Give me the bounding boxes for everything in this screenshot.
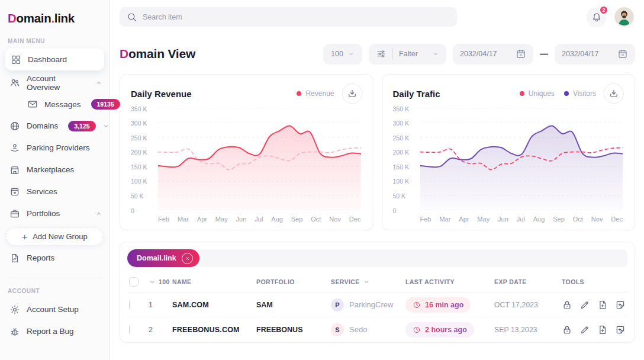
date-to-picker[interactable]: 2032/04/17 (555, 44, 635, 65)
sidebar-item-label: Messages (44, 100, 81, 109)
sidebar-item-account-setup[interactable]: Account Setup (0, 298, 110, 320)
date-from-picker[interactable]: 2032/04/17 (453, 44, 533, 65)
sidebar-item-add-new-group[interactable]: +Add New Group (6, 227, 104, 246)
x-axis-tick: Nov (591, 216, 603, 223)
sidebar-item-marketplaces[interactable]: Marketplaces (0, 159, 110, 181)
sidebar-item-label: Domains (27, 121, 58, 130)
note-plus-icon[interactable] (615, 324, 626, 335)
brand-suffix: link (54, 11, 75, 25)
notifications-button[interactable]: 2 (587, 7, 607, 27)
y-axis-tick: 250 K (131, 134, 147, 142)
file-plus-icon[interactable] (597, 300, 608, 310)
filter-dropdown[interactable]: Falter (369, 44, 446, 65)
x-axis-tick: Oct (573, 216, 583, 223)
remove-filter-tag-button[interactable] (182, 253, 193, 264)
sidebar-item-account-overview[interactable]: Account Overview (0, 72, 110, 94)
x-axis-tick: Feb (420, 216, 432, 223)
sidebar-item-parking-providers[interactable]: Parking Providers (0, 137, 110, 159)
column-header-label: SERVICE (331, 278, 360, 285)
edit-icon[interactable] (579, 300, 590, 310)
x-axis-tick: Apr (459, 216, 469, 223)
column-header-service[interactable]: SERVICE (331, 278, 405, 285)
sidebar-item-dashboard[interactable]: Dashboard (5, 49, 104, 70)
edit-icon[interactable] (579, 324, 590, 335)
chevron-down-icon (347, 50, 355, 57)
x-axis-tick: May (215, 216, 228, 223)
x-axis-tick: Mar (178, 216, 189, 223)
service-name: ParkingCrew (349, 300, 393, 309)
x-axis-tick: Dec (349, 216, 361, 223)
download-icon (347, 88, 358, 99)
user-avatar[interactable] (614, 7, 634, 27)
account-label: ACCOUNT (8, 288, 110, 294)
x-axis-tick: Jul (517, 216, 525, 223)
sidebar-item-report-a-bug[interactable]: Report a Bug (0, 320, 110, 342)
sidebar-item-messages[interactable]: Messages19135 (0, 94, 110, 115)
sidebar-item-label: Add New Group (33, 232, 88, 241)
lock-icon[interactable] (562, 300, 572, 310)
download-chart-button[interactable] (604, 83, 624, 104)
select-all-checkbox[interactable] (129, 277, 139, 287)
brand-logo: Domain.link (0, 8, 110, 28)
chevron-down-icon[interactable] (149, 278, 156, 285)
x-axis-tick: Jun (498, 216, 508, 223)
legend-item: Visitors (564, 89, 596, 98)
main-area: 2 Domain View 100 (110, 0, 644, 360)
x-axis-tick: Sep (291, 216, 303, 223)
sidebar-item-portfolios[interactable]: Portfolios (0, 202, 110, 224)
page-title-gradient-letter: D (120, 47, 128, 60)
y-axis-tick: 350 K (131, 105, 147, 112)
chevron-up-icon (95, 79, 102, 86)
page-size-select[interactable]: 100 (323, 44, 362, 65)
download-chart-button[interactable] (342, 83, 362, 104)
charts-row: Daily RevenueRevenue350 K300 K250 K200 K… (120, 74, 635, 230)
search-icon (127, 12, 137, 22)
row-checkbox[interactable] (129, 325, 130, 335)
sidebar-item-label: Account Overview (27, 74, 89, 92)
sidebar-item-label: Services (27, 187, 57, 196)
sidebar-item-domains[interactable]: Domains3,125 (0, 115, 110, 137)
main-menu-label: MAIN MENU (8, 38, 110, 44)
filter-label: Falter (399, 50, 418, 58)
x-axis-tick: Feb (158, 216, 169, 223)
legend-label: Visitors (573, 89, 596, 98)
legend-dot (520, 91, 524, 96)
lock-icon[interactable] (562, 324, 572, 335)
domain-name-cell: FREEBONUS.COM (172, 326, 256, 334)
chevron-up-icon (95, 210, 102, 217)
sliders-icon (376, 49, 387, 59)
y-axis-tick: 50 K (393, 192, 406, 200)
column-header-label: NAME (172, 278, 192, 285)
chart-plot: 350 K300 K250 K200 K150 K100 K50 K0 (131, 108, 362, 210)
sidebar-item-reports[interactable]: Reports (0, 247, 110, 269)
portfolio-cell: FREEBONUS (256, 326, 331, 334)
clock-icon (413, 326, 421, 334)
x-axis-tick: Aug (271, 216, 283, 223)
sidebar-item-services[interactable]: Services (0, 181, 110, 202)
column-header-label: LAST ACTIVITY (405, 278, 455, 285)
file-plus-icon[interactable] (597, 324, 608, 335)
date-from-value: 2032/04/17 (460, 50, 497, 58)
x-axis-tick: Nov (329, 216, 341, 223)
y-axis-tick: 200 K (131, 149, 147, 156)
tools-cell (562, 300, 627, 310)
column-header-exp-date: EXP DATE (494, 278, 562, 285)
search-input[interactable] (143, 13, 450, 21)
x-axis-labels: FebMarAprMayJunJulAugSepOctNovDec (420, 216, 623, 223)
y-axis-tick: 100 K (393, 178, 409, 185)
note-plus-icon[interactable] (615, 300, 626, 310)
topbar-right: 2 (587, 7, 634, 27)
calendar-icon (617, 49, 628, 59)
legend-label: Revenue (305, 89, 334, 98)
y-axis-tick: 250 K (393, 134, 409, 142)
sidebar-divider (7, 278, 102, 278)
legend-dot (297, 91, 301, 96)
globe-icon (9, 121, 20, 131)
x-axis-tick: Jun (236, 216, 247, 223)
legend-label: Uniques (529, 89, 555, 98)
service-cell: SSedo (331, 323, 405, 336)
y-axis-tick: 50 K (131, 192, 144, 200)
sidebar-item-label: Marketplaces (27, 165, 74, 174)
row-checkbox[interactable] (129, 300, 130, 310)
plus-icon: + (22, 232, 27, 242)
